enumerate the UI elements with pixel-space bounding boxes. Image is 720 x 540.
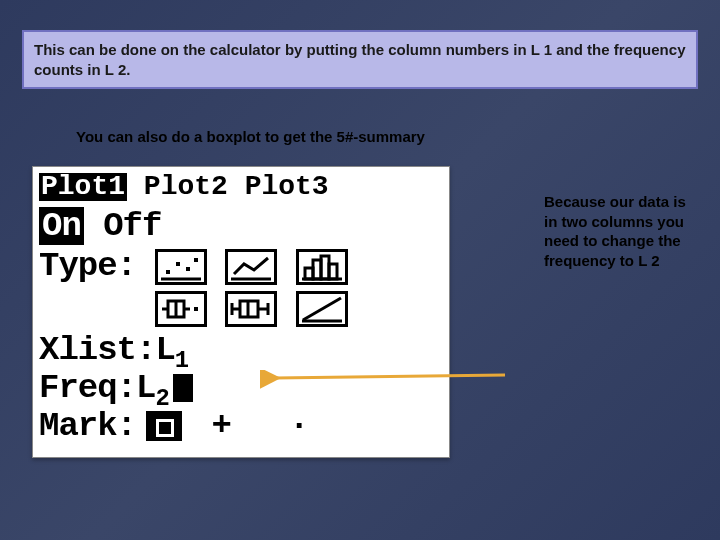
histogram-icon: [296, 249, 348, 285]
on-off-row: On Off: [39, 209, 161, 243]
svg-line-23: [303, 298, 341, 320]
freq-row: Freq:L2: [39, 371, 193, 411]
boxplot-outlier-icon: [155, 291, 207, 327]
mark-box-selected-icon: [146, 411, 182, 441]
instruction-banner: This can be done on the calculator by pu…: [22, 30, 698, 89]
svg-rect-10: [329, 264, 337, 279]
calculator-screenshot: Plot1 Plot2 Plot3 On Off Type:: [32, 166, 450, 458]
xlist-label: Xlist:: [39, 331, 155, 369]
tab-plot3: Plot3: [245, 171, 329, 202]
banner-text: This can be done on the calculator by pu…: [34, 41, 685, 78]
boxplot-icon: [225, 291, 277, 327]
normal-prob-icon: [296, 291, 348, 327]
svg-rect-2: [176, 262, 180, 266]
type-label: Type:: [39, 249, 136, 283]
cursor-icon: [173, 374, 193, 402]
svg-rect-3: [186, 267, 190, 271]
off-option: Off: [103, 207, 161, 245]
tab-plot1: Plot1: [39, 173, 127, 201]
svg-rect-4: [194, 258, 198, 262]
type-icons-row1: [155, 249, 362, 285]
xlist-row: Xlist:L1: [39, 333, 188, 373]
mark-label: Mark:: [39, 407, 136, 445]
svg-rect-1: [166, 270, 170, 274]
freq-label: Freq:: [39, 369, 136, 407]
line-plot-icon: [225, 249, 277, 285]
mark-row: Mark: + ·: [39, 409, 308, 443]
side-annotation: Because our data is in two columns you n…: [544, 192, 694, 270]
scatter-plot-icon: [155, 249, 207, 285]
svg-rect-15: [194, 307, 198, 311]
tab-plot2: Plot2: [144, 171, 228, 202]
type-icons-row2: [155, 291, 362, 327]
on-selected: On: [39, 207, 84, 245]
plot-tabs: Plot1 Plot2 Plot3: [39, 173, 329, 201]
mark-plus: +: [211, 407, 230, 445]
mark-dot: ·: [289, 407, 308, 445]
subtitle-text: You can also do a boxplot to get the 5#-…: [76, 128, 425, 145]
